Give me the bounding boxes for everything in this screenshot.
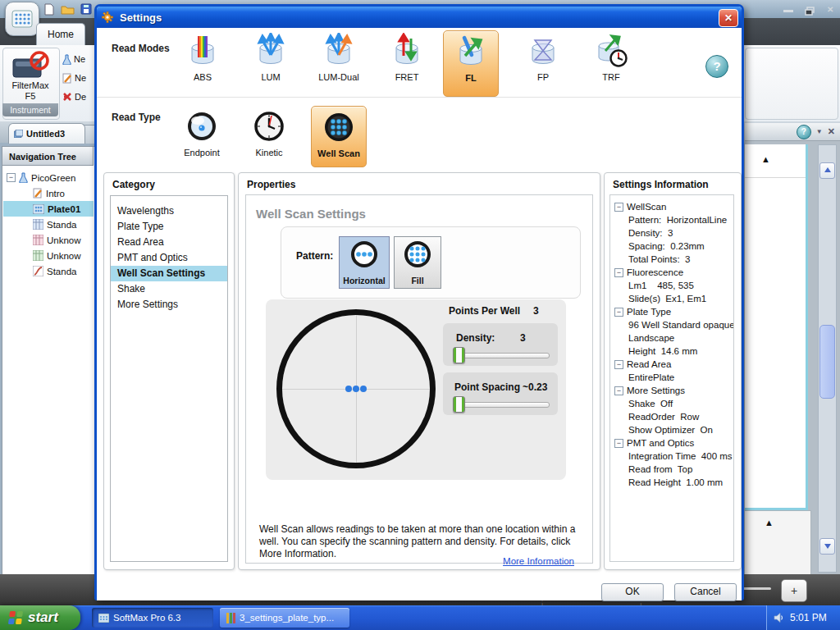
plate-icon	[33, 204, 44, 214]
point-spacing-slider-thumb[interactable]	[453, 396, 465, 413]
info-line: Read from Top	[614, 463, 733, 476]
pattern-horizontal-button[interactable]: Horizontal	[339, 236, 390, 289]
tree-item-unknown1[interactable]: Unknow	[3, 232, 94, 248]
scroll-down-button[interactable]	[819, 538, 835, 555]
read-mode-fl[interactable]: FL	[443, 30, 499, 97]
collapse-icon[interactable]: −	[614, 308, 623, 317]
density-value: 3	[520, 332, 526, 344]
new-document-icon[interactable]	[43, 3, 55, 18]
point-spacing-slider-track[interactable]	[453, 402, 550, 408]
category-header: Category	[104, 173, 234, 190]
read-type-kinetic[interactable]: Kinetic	[240, 108, 299, 158]
minimize-button[interactable]	[783, 10, 793, 12]
collapse-icon[interactable]: −	[614, 360, 623, 369]
restore-button[interactable]	[805, 7, 815, 15]
info-line: Spacing: 0.23mm	[614, 240, 733, 253]
info-line: EntirePlate	[614, 371, 733, 384]
info-line: Total Points: 3	[614, 253, 733, 266]
ribbon-button-new-experiment[interactable]: Ne	[62, 51, 98, 67]
collapse-icon[interactable]: −	[614, 386, 623, 395]
collapse-triangle-icon[interactable]: ▲	[765, 518, 774, 527]
speaker-icon[interactable]	[774, 612, 785, 623]
density-slider-thumb[interactable]	[453, 347, 465, 363]
ribbon-button-delete[interactable]: De	[62, 89, 98, 105]
info-group-plate-type: −Plate Type	[614, 305, 733, 318]
category-list: Wavelengths Plate Type Read Area PMT and…	[110, 195, 228, 562]
plate-section	[745, 144, 808, 510]
category-item-pmt-and-optics[interactable]: PMT and Optics	[111, 250, 227, 266]
chevron-down-icon[interactable]: ▼	[816, 128, 823, 135]
read-mode-fp[interactable]: FP	[514, 33, 573, 82]
info-group-read-area: −Read Area	[614, 358, 733, 371]
density-box: Density: 3	[443, 323, 558, 366]
info-line: Lm1 485, 535	[614, 279, 733, 292]
tab-home[interactable]: Home	[36, 23, 85, 46]
tree-item-unknown2[interactable]: Unknow	[3, 248, 94, 263]
open-folder-icon[interactable]	[61, 4, 75, 17]
save-icon[interactable]	[80, 3, 92, 17]
help-icon[interactable]: ?	[705, 55, 728, 78]
taskbar-item-settings-doc[interactable]: 3_settings_plate_typ...	[220, 608, 349, 628]
note-icon	[33, 188, 43, 199]
scrollbar-thumb[interactable]	[819, 325, 835, 399]
collapse-icon[interactable]: −	[614, 439, 623, 448]
grid-pink-icon	[33, 235, 43, 245]
tree-item-picogreen[interactable]: − PicoGreen	[3, 170, 94, 185]
properties-inner: Well Scan Settings Pattern: Horizontal	[245, 194, 593, 564]
zoom-in-button[interactable]: +	[781, 579, 807, 602]
fret-icon	[389, 33, 425, 69]
read-mode-abs[interactable]: ABS	[173, 33, 232, 82]
point-spacing-label: Point Spacing	[454, 381, 520, 393]
category-item-shake[interactable]: Shake	[111, 281, 227, 297]
read-mode-fret[interactable]: FRET	[377, 33, 436, 82]
tree-item-standard1[interactable]: Standa	[3, 217, 94, 232]
plate-section-2: ▲	[745, 510, 811, 576]
category-item-wavelengths[interactable]: Wavelengths	[111, 203, 227, 219]
info-line: Height 14.6 mm	[614, 345, 733, 358]
collapse-triangle-icon[interactable]: ▲	[761, 154, 770, 164]
read-type-well-scan[interactable]: Well Scan	[311, 106, 367, 167]
collapse-icon[interactable]: −	[7, 173, 16, 182]
tree-item-standard2[interactable]: Standa	[3, 263, 94, 279]
pattern-groupbox: Pattern: Horizontal Fill	[281, 226, 581, 299]
section-header[interactable]: ▲	[745, 144, 806, 178]
category-item-well-scan-settings[interactable]: Well Scan Settings	[111, 266, 227, 281]
collapse-icon[interactable]: −	[614, 268, 623, 277]
document-tab-untitled3[interactable]: Untitled3	[8, 123, 85, 144]
collapse-icon[interactable]: −	[614, 203, 623, 212]
scroll-up-button[interactable]	[819, 162, 835, 179]
start-button[interactable]: start	[0, 605, 80, 630]
close-window-button[interactable]: ✕	[827, 5, 833, 13]
settings-dialog: Settings ✕ Read Modes ABS LUM	[94, 4, 744, 600]
taskbar-item-softmax[interactable]: SoftMax Pro 6.3	[92, 608, 213, 628]
curve-icon	[33, 266, 43, 276]
pattern-fill-button[interactable]: Fill	[394, 236, 441, 289]
gear-icon	[102, 11, 115, 24]
navigation-tree-header: Navigation Tree	[2, 146, 94, 166]
read-mode-trf[interactable]: TRF	[582, 33, 641, 82]
dialog-title: Settings	[120, 11, 162, 24]
help-icon[interactable]: ?	[797, 125, 811, 139]
read-type-endpoint[interactable]: Endpoint	[172, 108, 231, 158]
category-item-more-settings[interactable]: More Settings	[111, 297, 227, 313]
ribbon-right-panel	[745, 48, 838, 120]
horizontal-pattern-icon	[348, 237, 381, 273]
read-mode-lum[interactable]: LUM	[241, 33, 300, 82]
category-item-read-area[interactable]: Read Area	[111, 235, 227, 250]
tree-item-intro[interactable]: Intro	[3, 185, 94, 201]
points-per-well-value: 3	[533, 305, 539, 317]
fill-pattern-icon	[401, 237, 434, 273]
density-slider-track[interactable]	[453, 353, 550, 358]
ok-button[interactable]: OK	[601, 583, 664, 601]
application-menu-button[interactable]	[5, 2, 39, 36]
read-mode-lum-dual[interactable]: LUM-Dual	[309, 33, 368, 82]
close-panel-icon[interactable]: ✕	[828, 126, 835, 137]
cancel-button[interactable]: Cancel	[674, 583, 737, 601]
tree-item-plate01[interactable]: Plate01	[3, 201, 94, 217]
close-icon[interactable]: ✕	[719, 9, 738, 27]
category-item-plate-type[interactable]: Plate Type	[111, 219, 227, 235]
well-scan-icon	[321, 109, 357, 145]
ribbon-button-new-note[interactable]: Ne	[62, 70, 98, 86]
more-information-link[interactable]: More Information	[503, 556, 574, 566]
dialog-titlebar: Settings ✕	[97, 7, 742, 28]
